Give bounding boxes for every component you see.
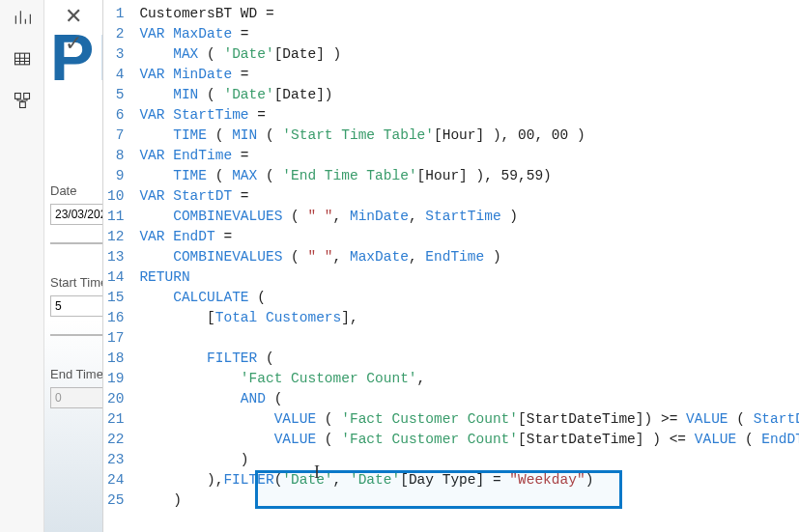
- code-line[interactable]: ): [139, 490, 799, 511]
- line-number: 4: [107, 65, 124, 85]
- line-number: 11: [107, 207, 124, 227]
- line-number: 13: [107, 247, 124, 267]
- code-line[interactable]: ): [139, 450, 799, 470]
- line-number: 7: [107, 126, 124, 146]
- line-number: 12: [107, 227, 124, 247]
- code-body[interactable]: CustomersBT WD =VAR MaxDate = MAX ( 'Dat…: [131, 0, 799, 532]
- svg-rect-3: [19, 102, 25, 108]
- line-number: 17: [107, 328, 124, 349]
- line-number: 14: [107, 267, 124, 288]
- code-line[interactable]: [139, 328, 799, 349]
- nav-chart-icon[interactable]: [13, 8, 32, 30]
- line-number: 19: [107, 369, 124, 389]
- code-line[interactable]: VAR StartDT =: [139, 186, 799, 207]
- line-number: 10: [107, 186, 124, 207]
- formula-editor: ✕ ✓ 123456789101112131415161718192021222…: [44, 0, 799, 532]
- code-line[interactable]: 'Fact Customer Count',: [139, 369, 799, 389]
- line-number: 21: [107, 409, 124, 430]
- code-line[interactable]: [Total Customers],: [139, 308, 799, 328]
- line-number: 22: [107, 430, 124, 450]
- nav-table-icon[interactable]: [13, 49, 32, 71]
- commit-icon[interactable]: ✓: [65, 33, 82, 54]
- line-number: 24: [107, 470, 124, 490]
- code-line[interactable]: ),FILTER('Date', 'Date'[Day Type] = "Wee…: [139, 470, 799, 490]
- line-number: 15: [107, 288, 124, 308]
- code-line[interactable]: AND (: [139, 389, 799, 409]
- line-gutter: 1234567891011121314151617181920212223242…: [103, 0, 131, 532]
- code-line[interactable]: MAX ( 'Date'[Date] ): [139, 44, 799, 65]
- line-number: 9: [107, 166, 124, 186]
- code-line[interactable]: VALUE ( 'Fact Customer Count'[StartDateT…: [139, 409, 799, 430]
- editor-toolbar: ✕ ✓: [44, 0, 102, 532]
- line-number: 8: [107, 146, 124, 166]
- line-number: 5: [107, 85, 124, 105]
- cancel-icon[interactable]: ✕: [65, 6, 82, 27]
- code-line[interactable]: VALUE ( 'Fact Customer Count'[StartDateT…: [139, 430, 799, 450]
- code-line[interactable]: TIME ( MIN ( 'Start Time Table'[Hour] ),…: [139, 126, 799, 146]
- svg-rect-2: [23, 94, 29, 99]
- nav-rail: [0, 0, 44, 532]
- code-line[interactable]: COMBINEVALUES ( " ", MaxDate, EndTime ): [139, 247, 799, 267]
- line-number: 18: [107, 349, 124, 369]
- line-number: 20: [107, 389, 124, 409]
- line-number: 2: [107, 24, 124, 44]
- line-number: 23: [107, 450, 124, 470]
- line-number: 25: [107, 490, 124, 511]
- line-number: 16: [107, 308, 124, 328]
- svg-rect-1: [14, 94, 20, 99]
- code-line[interactable]: TIME ( MAX ( 'End Time Table'[Hour] ), 5…: [139, 166, 799, 186]
- line-number: 1: [107, 4, 124, 24]
- code-line[interactable]: CustomersBT WD =: [139, 4, 799, 24]
- code-line[interactable]: FILTER (: [139, 349, 799, 369]
- nav-model-icon[interactable]: [13, 91, 32, 113]
- code-line[interactable]: VAR MaxDate =: [139, 24, 799, 44]
- line-number: 3: [107, 44, 124, 65]
- main-area: PR Date Start Time End Time ✕ ✓ 12345678…: [44, 0, 799, 532]
- code-editor[interactable]: 1234567891011121314151617181920212223242…: [102, 0, 799, 532]
- code-line[interactable]: VAR MinDate =: [139, 65, 799, 85]
- code-line[interactable]: MIN ( 'Date'[Date]): [139, 85, 799, 105]
- svg-rect-0: [14, 53, 29, 65]
- code-line[interactable]: COMBINEVALUES ( " ", MinDate, StartTime …: [139, 207, 799, 227]
- code-line[interactable]: RETURN: [139, 267, 799, 288]
- code-line[interactable]: VAR EndDT =: [139, 227, 799, 247]
- code-line[interactable]: VAR EndTime =: [139, 146, 799, 166]
- code-line[interactable]: CALCULATE (: [139, 288, 799, 308]
- code-line[interactable]: VAR StartTime =: [139, 105, 799, 126]
- line-number: 6: [107, 105, 124, 126]
